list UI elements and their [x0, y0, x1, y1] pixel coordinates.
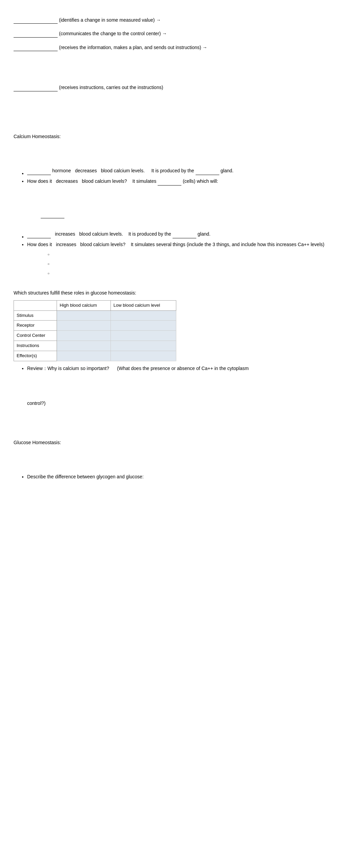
bullet4-text2: increases [56, 240, 76, 249]
bullet3-content: increases blood calcium levels. It is pr… [27, 230, 346, 238]
table-row-stimulus: Stimulus [14, 310, 176, 321]
bullet4-text4: It simulates several things (include the… [131, 240, 324, 249]
line1-text: (identifies a change in some measured va… [59, 16, 161, 24]
blank-gland-1[interactable] [196, 170, 219, 175]
table-row-control: Control Center [14, 331, 176, 341]
fill-line-3: (receives the information, makes a plan,… [14, 44, 346, 51]
bottom-spacer [14, 483, 346, 754]
bullet4-content: How does it increases blood calcium leve… [27, 240, 346, 249]
line2-text: (communicates the change to the control … [59, 30, 167, 37]
row-label-effector: Effector(s) [14, 351, 57, 361]
blank-hormone-name[interactable] [27, 170, 51, 175]
cell-stimulus-low[interactable] [111, 310, 176, 321]
bullet1-content: hormone decreases blood calcium levels. … [27, 167, 346, 175]
calcium-table: High blood calcium Low blood calcium lev… [14, 300, 176, 361]
row-label-instructions: Instructions [14, 341, 57, 351]
calcium-list: hormone decreases blood calcium levels. … [14, 167, 346, 186]
circle-item-1 [47, 250, 346, 258]
row-label-control: Control Center [14, 331, 57, 341]
bullet3-text2: blood calcium levels. [79, 230, 123, 238]
bullet4-text1: How does it [27, 240, 52, 249]
blank-effector[interactable] [14, 86, 58, 91]
blank-hormone-2[interactable] [27, 233, 51, 238]
bullet1-text3: blood calcium levels. [101, 167, 145, 175]
blank-indent[interactable] [41, 213, 64, 218]
calcium-bullet-2: How does it decreases blood calcium leve… [27, 177, 346, 186]
table-intro: Which structures fulfill these roles in … [14, 289, 346, 297]
review-text1: Review：Why is calcium so important? [27, 366, 109, 371]
calcium-bullet-3: increases blood calcium levels. It is pr… [27, 230, 346, 238]
bullet2-text1: How does it [27, 177, 52, 186]
fill-line-4: (receives instructions, carries out the … [14, 84, 346, 91]
bullet4-text3: blood calcium levels? [80, 240, 125, 249]
table-header-row: High blood calcium Low blood calcium lev… [14, 300, 176, 310]
glucose-list: Describe the difference between glycogen… [14, 473, 346, 481]
calcium-title: Calcium Homeostasis: [14, 133, 346, 140]
homeostasis-table: High blood calcium Low blood calcium lev… [14, 300, 176, 361]
fill-line-1: (identifies a change in some measured va… [14, 16, 346, 24]
circle-list [27, 250, 346, 277]
bullet2-text4: It simulates [132, 177, 156, 186]
blank-gland-2[interactable] [173, 233, 196, 238]
review-bullet: Review：Why is calcium so important? (Wha… [27, 365, 346, 408]
fill-line-2: (communicates the change to the control … [14, 30, 346, 37]
bullet1-text2: decreases [75, 167, 97, 175]
cell-effector-high[interactable] [57, 351, 111, 361]
table-row-instructions: Instructions [14, 341, 176, 351]
row-label-receptor: Receptor [14, 321, 57, 331]
cell-instructions-low[interactable] [111, 341, 176, 351]
blank-stimulus[interactable] [14, 18, 58, 24]
describe-text1: Describe the difference between glycogen… [27, 474, 144, 479]
indent-blank-line [41, 211, 346, 218]
bullet2-content: How does it decreases blood calcium leve… [27, 177, 346, 186]
calcium-list-2: increases blood calcium levels. It is pr… [14, 230, 346, 277]
bullet3-text3: It is produced by the [128, 230, 171, 238]
calcium-bullet-1: hormone decreases blood calcium levels. … [27, 167, 346, 175]
line4-text: (receives instructions, carries out the … [59, 84, 163, 91]
col-header-low: Low blood calcium level [111, 300, 176, 310]
bullet2-text5: (cells) which will: [183, 177, 218, 186]
blank-cells-1[interactable] [158, 180, 181, 186]
cell-receptor-low[interactable] [111, 321, 176, 331]
bullet1-text5: gland. [221, 167, 234, 175]
glucose-title: Glucose Homeostasis: [14, 439, 346, 446]
cell-control-low[interactable] [111, 331, 176, 341]
cell-effector-low[interactable] [111, 351, 176, 361]
review-list: Review：Why is calcium so important? (Wha… [14, 365, 346, 408]
cell-control-high[interactable] [57, 331, 111, 341]
bullet3-text1: increases [55, 230, 75, 238]
review-text3: control?) [27, 400, 45, 406]
calcium-bullet-4: How does it increases blood calcium leve… [27, 240, 346, 277]
cell-stimulus-high[interactable] [57, 310, 111, 321]
cell-instructions-high[interactable] [57, 341, 111, 351]
line3-text: (receives the information, makes a plan,… [59, 44, 207, 51]
blank-receptor[interactable] [14, 32, 58, 38]
col-header-high: High blood calcium [57, 300, 111, 310]
review-text2: (What does the presence or absence of Ca… [117, 366, 248, 371]
describe-bullet: Describe the difference between glycogen… [27, 473, 346, 481]
bullet1-text4: It is produced by the [151, 167, 194, 175]
blank-control[interactable] [14, 46, 58, 51]
row-label-stimulus: Stimulus [14, 310, 57, 321]
page-content: (identifies a change in some measured va… [14, 16, 346, 754]
circle-item-3 [47, 269, 346, 277]
table-row-receptor: Receptor [14, 321, 176, 331]
bullet2-text2: decreases [56, 177, 78, 186]
bullet2-text3: blood calcium levels? [82, 177, 127, 186]
table-row-effector: Effector(s) [14, 351, 176, 361]
circle-item-2 [47, 260, 346, 268]
col-header-label [14, 300, 57, 310]
cell-receptor-high[interactable] [57, 321, 111, 331]
bullet1-text1: hormone [52, 167, 71, 175]
bullet3-text4: gland. [198, 230, 211, 238]
